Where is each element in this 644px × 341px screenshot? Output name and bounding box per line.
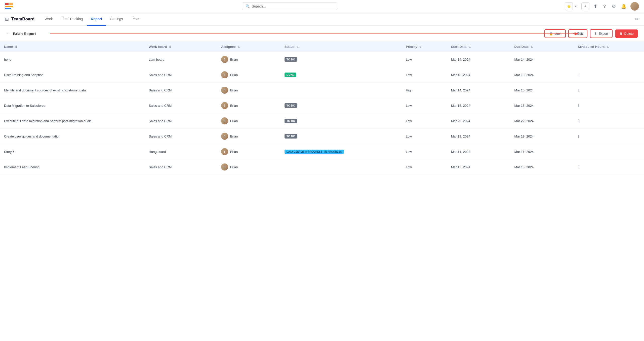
lock-icon: 🔒 — [549, 32, 553, 36]
status-badge: TO DO — [285, 103, 297, 108]
cell-assignee: B Brian — [217, 159, 280, 175]
table-row[interactable]: Create user guides and documentation Sal… — [0, 129, 644, 144]
assignee-avatar: B — [221, 102, 228, 109]
assignee-avatar: B — [221, 148, 228, 155]
export-icon: ⬇ — [594, 32, 597, 36]
table-row[interactable]: Story 5 Hung board B Brian DATA CENTER I… — [0, 144, 644, 159]
nav-bar: ⊞ TeamBoard Work Time Tracking Report Se… — [0, 13, 644, 26]
table-header-row: Name ⇅ Work board ⇅ Assignee ⇅ Status ⇅ … — [0, 42, 644, 52]
assignee-name: Brian — [230, 73, 238, 77]
cell-status: TO DO — [280, 98, 402, 113]
cell-status: DONE — [280, 67, 402, 83]
avatar[interactable] — [630, 2, 639, 11]
cell-status — [280, 159, 402, 175]
col-header-assignee[interactable]: Assignee ⇅ — [217, 42, 280, 52]
logo-row-yellow — [5, 6, 13, 7]
sort-icon-assignee: ⇅ — [237, 45, 240, 48]
cell-workboard: Sales and CRM — [145, 129, 217, 144]
cell-status: TO DO — [280, 129, 402, 144]
nav-item-work[interactable]: Work — [41, 13, 57, 26]
status-badge: DATA CENTER IN PROGRESS - IN PROGRESS — [285, 150, 344, 154]
logo-sq-orange — [9, 3, 13, 5]
cell-hours: 8 — [574, 159, 644, 175]
col-header-hours[interactable]: Scheduled Hours ⇅ — [574, 42, 644, 52]
nav-item-timetracking[interactable]: Time Tracking — [57, 13, 87, 26]
nav-item-settings[interactable]: Settings — [106, 13, 127, 26]
cell-hours — [574, 52, 644, 67]
search-bar[interactable]: 🔍 — [242, 3, 337, 10]
lock-button[interactable]: 🔒 Lock — [544, 29, 566, 38]
cell-assignee: B Brian — [217, 98, 280, 113]
search-input[interactable] — [252, 4, 334, 8]
assignee-name: Brian — [230, 88, 238, 92]
cell-workboard: Sales and CRM — [145, 159, 217, 175]
cell-priority: Low — [402, 52, 447, 67]
cell-assignee: B Brian — [217, 129, 280, 144]
edit-button[interactable]: ✏ Edit — [568, 29, 587, 38]
cell-workboard: Sales and CRM — [145, 83, 217, 98]
col-header-duedate[interactable]: Due Date ⇅ — [510, 42, 574, 52]
help-icon[interactable]: ？ — [601, 2, 608, 10]
assignee-avatar: B — [221, 56, 228, 63]
cell-assignee: B Brian — [217, 113, 280, 129]
assignee-name: Brian — [230, 104, 238, 108]
cell-startdate: Mar 11, 2024 — [447, 144, 510, 159]
cell-duedate: Mar 18, 2024 — [510, 67, 574, 83]
col-header-startdate[interactable]: Start Date ⇅ — [447, 42, 510, 52]
table-row[interactable]: hehe Lam board B Brian TO DO Low Mar 14,… — [0, 52, 644, 67]
table-row[interactable]: Data Migration to Salesforce Sales and C… — [0, 98, 644, 113]
col-header-priority[interactable]: Priority ⇅ — [402, 42, 447, 52]
assignee-avatar: B — [221, 117, 228, 124]
assignee-avatar: B — [221, 71, 228, 78]
assignee-avatar: B — [221, 163, 228, 170]
back-button[interactable]: ← — [6, 31, 10, 36]
cell-status: TO DO — [280, 113, 402, 129]
col-header-status[interactable]: Status ⇅ — [280, 42, 402, 52]
table-row[interactable]: Execute full data migration and perform … — [0, 113, 644, 129]
logo-sq-red — [5, 3, 9, 5]
cell-startdate: Mar 20, 2024 — [447, 113, 510, 129]
cell-hours: 8 — [574, 67, 644, 83]
upload-icon[interactable]: ⬆ — [592, 3, 598, 10]
bell-icon[interactable]: 🔔 — [620, 3, 627, 10]
delete-button[interactable]: 🗑 Delete — [615, 29, 638, 38]
table-row[interactable]: Implement Lead Scoring Sales and CRM B B… — [0, 159, 644, 175]
nav-item-report[interactable]: Report — [87, 13, 106, 26]
cell-startdate: Mar 14, 2024 — [447, 83, 510, 98]
cell-hours: 8 — [574, 98, 644, 113]
report-title: Brian Report — [13, 31, 36, 36]
col-header-name[interactable]: Name ⇅ — [0, 42, 145, 52]
nav-item-team[interactable]: Team — [127, 13, 144, 26]
table-row[interactable]: User Training and Adoption Sales and CRM… — [0, 67, 644, 83]
cell-duedate: Mar 19, 2024 — [510, 129, 574, 144]
cell-status — [280, 83, 402, 98]
cell-duedate: Mar 22, 2024 — [510, 113, 574, 129]
col-header-workboard[interactable]: Work board ⇅ — [145, 42, 217, 52]
sort-icon-status: ⇅ — [296, 45, 299, 48]
cell-name: Identify and document sources of existin… — [0, 83, 145, 98]
cell-hours: 8 — [574, 83, 644, 98]
cell-hours — [574, 144, 644, 159]
red-arrow — [50, 30, 579, 38]
dropdown-chevron[interactable]: ▼ — [573, 2, 578, 10]
settings-icon[interactable]: ⚙ — [611, 3, 617, 10]
report-title-area: ← Brian Report — [6, 31, 36, 36]
assignee-avatar: B — [221, 87, 228, 94]
cell-name: Implement Lead Scoring — [0, 159, 145, 175]
logo-row-blue — [5, 8, 11, 9]
delete-icon: 🗑 — [619, 32, 623, 36]
grid-icon[interactable]: ⊞ — [5, 16, 9, 22]
assignee-name: Brian — [230, 165, 238, 169]
report-actions: 🔒 Lock ✏ Edit ⬇ Export 🗑 Delete — [544, 29, 638, 38]
cell-startdate: Mar 19, 2024 — [447, 129, 510, 144]
cell-startdate: Mar 14, 2024 — [447, 52, 510, 67]
export-button[interactable]: ⬇ Export — [590, 29, 613, 38]
table-row[interactable]: Identify and document sources of existin… — [0, 83, 644, 98]
star-button[interactable]: ⭐ — [565, 2, 573, 10]
cell-duedate: Mar 13, 2024 — [510, 159, 574, 175]
add-button[interactable]: ＋ — [581, 2, 589, 10]
sort-icon-hours: ⇅ — [607, 45, 609, 48]
cell-workboard: Lam board — [145, 52, 217, 67]
edit-pencil-icon[interactable]: ✏ — [635, 16, 639, 22]
cell-name: hehe — [0, 52, 145, 67]
